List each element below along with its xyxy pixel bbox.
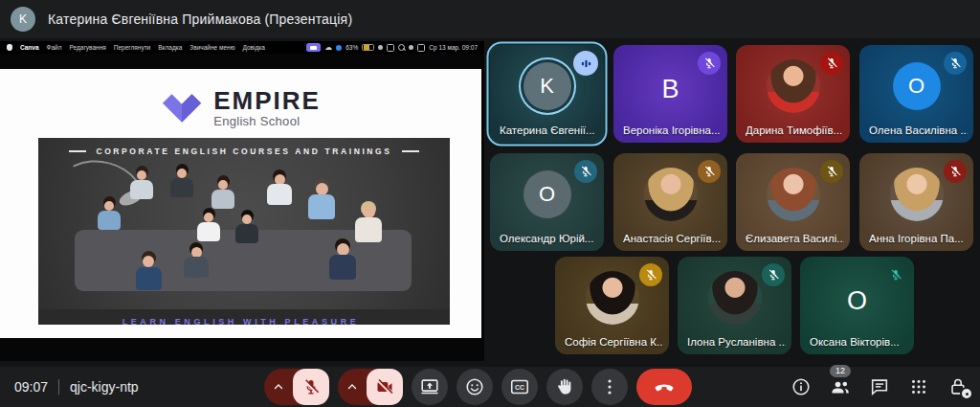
- person-face: [204, 213, 213, 222]
- photo-heading-text: CORPORATE ENGLISH COURSES AND TRAININGS: [96, 147, 391, 156]
- mac-menu-items: ФайлРедагуванняПереглянутиВкладкаЗвичайн…: [47, 44, 265, 51]
- participant-name: Оксана Вікторів...: [810, 336, 900, 348]
- avatar-photo: [586, 271, 639, 325]
- avatar-photo: [767, 59, 820, 113]
- audio-activity-indicator: [573, 51, 598, 76]
- end-call-icon: [653, 375, 676, 398]
- audio-options-chevron[interactable]: [264, 381, 293, 393]
- mic-muted-icon: [820, 52, 843, 75]
- meet-control-bar: 09:07 qjc-kigy-ntp: [0, 367, 980, 407]
- heading-dash-left: [69, 150, 86, 152]
- app-status-icon[interactable]: [336, 45, 342, 51]
- participant-tile[interactable]: Софія Сергіївна К...: [555, 257, 669, 354]
- camera-toggle-button[interactable]: [367, 369, 403, 405]
- person-face: [177, 169, 187, 178]
- team-photo: CORPORATE ENGLISH COURSES AND TRAININGS: [38, 138, 450, 325]
- person-torso: [308, 194, 336, 219]
- meeting-stage: Canva ФайлРедагуванняПереглянутиВкладкаЗ…: [0, 38, 980, 367]
- info-icon: [791, 376, 812, 397]
- spotlight-search-icon[interactable]: [398, 44, 405, 51]
- participant-tile[interactable]: O Оксана Вікторів...: [800, 257, 914, 354]
- raised-hand-icon: [554, 376, 575, 397]
- cloud-icon[interactable]: ☁: [324, 44, 332, 52]
- participant-name: Дарина Тимофіїв...: [746, 124, 842, 136]
- mac-menu-item[interactable]: Файл: [47, 44, 62, 51]
- participant-tile[interactable]: O Олександр Юрій...: [490, 153, 604, 251]
- person-face: [137, 170, 146, 180]
- mic-muted-icon: [301, 377, 321, 396]
- control-center-icon[interactable]: [417, 44, 425, 52]
- person-face: [316, 183, 328, 195]
- present-screen-button[interactable]: [412, 369, 448, 405]
- host-controls-badge: [960, 387, 973, 400]
- apple-icon: [7, 44, 12, 51]
- avatar-circle: K: [523, 62, 571, 110]
- video-options-chevron[interactable]: [338, 381, 367, 393]
- slide-tagline: LEARN ENGLISH WITH PLEASURE: [0, 317, 481, 327]
- participant-tile[interactable]: Дарина Тимофіїв...: [736, 45, 850, 143]
- person-torso: [329, 255, 357, 280]
- mic-toggle-button[interactable]: [293, 369, 329, 405]
- participant-tile[interactable]: O Олена Василівна ...: [859, 45, 973, 143]
- activities-button[interactable]: [906, 374, 931, 399]
- reactions-button[interactable]: [457, 369, 493, 405]
- camera-button-group: [338, 369, 403, 405]
- smiley-icon: [464, 376, 485, 397]
- participant-tile[interactable]: В Вероніка Ігорівна...: [613, 45, 727, 143]
- avatar-photo: [708, 271, 762, 325]
- avatar-photo: [890, 168, 944, 221]
- people-button[interactable]: 12: [828, 374, 853, 399]
- presenter-title: Катерина Євгеніївна Приймакова (Презента…: [48, 11, 352, 27]
- mic-button-group: [264, 369, 329, 405]
- presentation-feed[interactable]: Canva ФайлРедагуванняПереглянутиВкладкаЗ…: [0, 41, 484, 361]
- mic-muted-icon: [884, 263, 907, 286]
- person-torso: [355, 217, 383, 242]
- present-screen-icon: [419, 376, 440, 397]
- mac-menu-item[interactable]: Довідка: [243, 44, 265, 51]
- participant-name: Олександр Юрій...: [500, 233, 593, 244]
- participant-name: Ілона Русланівна ...: [687, 336, 786, 348]
- avatar-circle: O: [893, 62, 941, 110]
- presenter-avatar: K: [11, 7, 35, 32]
- people-icon: [829, 375, 852, 398]
- leave-call-button[interactable]: [636, 369, 692, 405]
- captions-button[interactable]: CC: [501, 369, 538, 405]
- participant-tile[interactable]: K Катерина Євгенії...: [490, 45, 604, 143]
- person-face: [275, 174, 285, 185]
- wifi-icon[interactable]: [378, 45, 383, 50]
- more-options-button[interactable]: [591, 369, 628, 405]
- mac-menu-item[interactable]: Переглянути: [114, 44, 151, 51]
- chevron-up-icon: [273, 381, 284, 393]
- apps-grid-icon: [908, 376, 929, 397]
- person-face: [218, 180, 228, 190]
- person-face: [337, 243, 349, 256]
- screen-record-icon[interactable]: [306, 43, 321, 52]
- meeting-details-button[interactable]: [789, 374, 813, 399]
- mac-menu-item[interactable]: Звичайне меню: [189, 44, 234, 51]
- raise-hand-button[interactable]: [546, 369, 583, 405]
- participant-name: Олена Василівна ...: [869, 124, 968, 136]
- mac-menu-item[interactable]: Редагування: [70, 44, 106, 51]
- person-torso: [235, 224, 257, 244]
- menu-clock[interactable]: Ср 13 мар. 09:07: [429, 44, 478, 51]
- person-torso: [267, 184, 291, 205]
- user-menu-icon[interactable]: [409, 45, 413, 50]
- participant-name: Вероніка Ігорівна...: [623, 124, 721, 136]
- participant-tile[interactable]: Єлизавета Василі...: [736, 153, 850, 251]
- input-source-icon[interactable]: [387, 44, 394, 52]
- avatar-circle: O: [523, 170, 571, 218]
- mic-muted-icon: [574, 160, 597, 183]
- empire-logo-icon: [161, 92, 203, 125]
- chat-button[interactable]: [867, 374, 892, 399]
- menu-app-name[interactable]: Canva: [20, 44, 39, 51]
- person-torso: [184, 257, 208, 278]
- mac-status-cluster: ☁ 63% Ср 13 мар. 09:07: [306, 43, 478, 52]
- host-controls-button[interactable]: [946, 374, 970, 399]
- participant-tile[interactable]: Анна Ігорівна Па...: [859, 153, 973, 251]
- mac-menu-item[interactable]: Вкладка: [158, 44, 182, 51]
- participant-tile[interactable]: Анастасія Сергіїв...: [613, 153, 727, 251]
- person-face: [143, 256, 154, 267]
- participant-name: Анна Ігорівна Па...: [869, 233, 964, 244]
- participant-tile[interactable]: Ілона Русланівна ...: [678, 257, 791, 354]
- brand-logo: EMPIRE English School: [0, 88, 481, 128]
